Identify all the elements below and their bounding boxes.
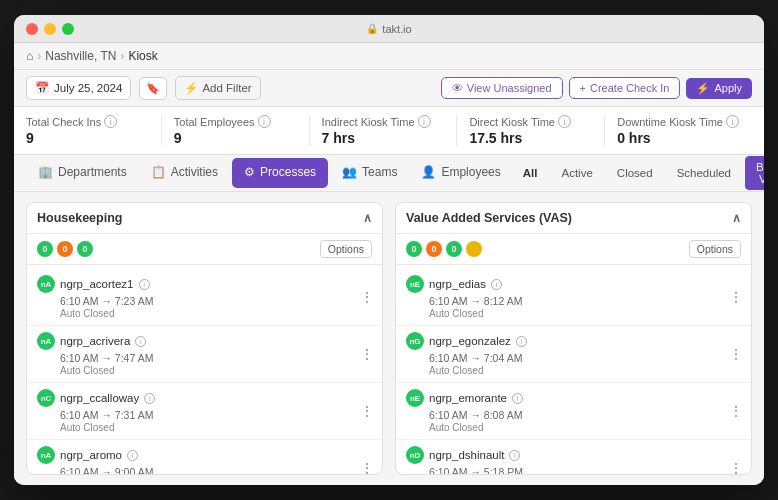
calendar-icon: 📅 [35, 81, 49, 95]
info-icon-3[interactable]: i [558, 115, 571, 128]
avatar: nA [37, 446, 55, 464]
stat-direct-kiosk: Direct Kiosk Time i 17.5 hrs [457, 115, 605, 146]
content-area: Housekeeping ∧ 0 0 0 Options nA n [14, 192, 764, 485]
collapse-vas[interactable]: ∧ [732, 211, 741, 225]
check-in-time: 6:10 AM → 7:31 AM [37, 409, 372, 421]
lock-icon: 🔒 [366, 23, 378, 34]
create-check-in-button[interactable]: + Create Check In [569, 77, 681, 99]
user-name: ngrp_edias [429, 278, 486, 290]
filter-active[interactable]: Active [552, 164, 603, 182]
eye-icon: 👁 [452, 82, 463, 94]
collapse-housekeeping[interactable]: ∧ [363, 211, 372, 225]
more-button[interactable]: ⋮ [360, 290, 374, 304]
user-info-icon[interactable]: i [135, 336, 146, 347]
activities-icon: 📋 [151, 165, 166, 179]
toolbar-left: 📅 July 25, 2024 🔖 ⚡ Add Filter [26, 76, 261, 100]
column-housekeeping: Housekeeping ∧ 0 0 0 Options nA n [26, 202, 383, 475]
user-info-icon[interactable]: i [516, 336, 527, 347]
user-info-icon[interactable]: i [491, 279, 502, 290]
view-board[interactable]: Board View [745, 156, 764, 190]
info-icon-1[interactable]: i [258, 115, 271, 128]
check-in-time: 6:10 AM → 5:18 PM [406, 466, 741, 474]
user-name: ngrp_dshinault [429, 449, 504, 461]
avatar: nC [37, 389, 55, 407]
more-button[interactable]: ⋮ [360, 404, 374, 418]
info-icon-0[interactable]: i [104, 115, 117, 128]
minimize-button[interactable] [44, 23, 56, 35]
maximize-button[interactable] [62, 23, 74, 35]
apply-button[interactable]: ⚡ Apply [686, 78, 752, 99]
filter-scheduled[interactable]: Scheduled [667, 164, 741, 182]
stat-label-0: Total Check Ins [26, 116, 101, 128]
check-in-item: nA ngrp_acrivera i 6:10 AM → 7:47 AM Aut… [27, 326, 382, 383]
check-in-item: nA ngrp_acortez1 i 6:10 AM → 7:23 AM Aut… [27, 269, 382, 326]
info-icon-2[interactable]: i [418, 115, 431, 128]
stat-label-2: Indirect Kiosk Time [322, 116, 415, 128]
stat-value-4: 0 hrs [617, 130, 740, 146]
date-picker-button[interactable]: 📅 July 25, 2024 [26, 76, 131, 100]
column-subheader-vas: 0 0 0 Options [396, 234, 751, 265]
more-button[interactable]: ⋮ [729, 404, 743, 418]
bookmark-button[interactable]: 🔖 [139, 77, 167, 100]
breadcrumb: ⌂ › Nashville, TN › Kiosk [14, 43, 764, 70]
check-in-time: 6:10 AM → 8:08 AM [406, 409, 741, 421]
stats-bar: Total Check Ins i 9 Total Employees i 9 … [14, 107, 764, 155]
more-button[interactable]: ⋮ [360, 347, 374, 361]
check-in-status: Auto Closed [37, 365, 372, 376]
tab-activities[interactable]: 📋 Activities [139, 158, 230, 188]
stat-value-1: 9 [174, 130, 297, 146]
avatar: nA [37, 332, 55, 350]
dot-v0: 0 [406, 241, 422, 257]
tab-teams[interactable]: 👥 Teams [330, 158, 409, 188]
breadcrumb-nashville[interactable]: Nashville, TN [45, 49, 116, 63]
departments-icon: 🏢 [38, 165, 53, 179]
view-unassigned-button[interactable]: 👁 View Unassigned [441, 77, 563, 99]
tab-employees[interactable]: 👤 Employees [409, 158, 512, 188]
filter-icon: ⚡ [184, 81, 198, 95]
stat-value-2: 7 hrs [322, 130, 445, 146]
more-button[interactable]: ⋮ [729, 461, 743, 474]
close-button[interactable] [26, 23, 38, 35]
processes-icon: ⚙ [244, 165, 255, 179]
more-button[interactable]: ⋮ [360, 461, 374, 474]
tab-processes[interactable]: ⚙ Processes [232, 158, 328, 188]
user-info-icon[interactable]: i [509, 450, 520, 461]
column-title-vas: Value Added Services (VAS) [406, 211, 572, 225]
avatar: nE [406, 275, 424, 293]
lightning-icon: ⚡ [696, 82, 710, 95]
dot-v3 [466, 241, 482, 257]
filter-all[interactable]: All [513, 164, 548, 182]
avatar: nA [37, 275, 55, 293]
column-title-housekeeping: Housekeeping [37, 211, 122, 225]
user-info-icon[interactable]: i [512, 393, 523, 404]
column-body-vas: nE ngrp_edias i 6:10 AM → 8:12 AM Auto C… [396, 265, 751, 474]
check-in-status: Auto Closed [37, 308, 372, 319]
more-button[interactable]: ⋮ [729, 290, 743, 304]
user-info-icon[interactable]: i [139, 279, 150, 290]
info-icon-4[interactable]: i [726, 115, 739, 128]
user-info-icon[interactable]: i [127, 450, 138, 461]
check-in-time: 6:10 AM → 9:00 AM [37, 466, 372, 474]
toolbar-right: 👁 View Unassigned + Create Check In ⚡ Ap… [441, 77, 752, 99]
user-info-icon[interactable]: i [144, 393, 155, 404]
breadcrumb-kiosk[interactable]: Kiosk [128, 49, 157, 63]
tab-departments[interactable]: 🏢 Departments [26, 158, 139, 188]
stat-total-employees: Total Employees i 9 [162, 115, 310, 146]
main-window: 🔒 takt.io ⌂ › Nashville, TN › Kiosk 📅 Ju… [14, 15, 764, 485]
nav-tabs-right: All Active Closed Scheduled Board View T… [513, 156, 764, 190]
options-button-housekeeping[interactable]: Options [320, 240, 372, 258]
view-unassigned-label: View Unassigned [467, 82, 552, 94]
filter-closed[interactable]: Closed [607, 164, 663, 182]
nav-tabs-left: 🏢 Departments 📋 Activities ⚙ Processes 👥… [26, 155, 513, 191]
add-filter-button[interactable]: ⚡ Add Filter [175, 76, 260, 100]
options-button-vas[interactable]: Options [689, 240, 741, 258]
check-in-item: nG ngrp_egonzalez i 6:10 AM → 7:04 AM Au… [396, 326, 751, 383]
date-label: July 25, 2024 [54, 82, 122, 94]
stat-label-3: Direct Kiosk Time [469, 116, 555, 128]
tab-processes-label: Processes [260, 165, 316, 179]
more-button[interactable]: ⋮ [729, 347, 743, 361]
stat-label-1: Total Employees [174, 116, 255, 128]
check-in-status: Auto Closed [406, 422, 741, 433]
dot-2: 0 [77, 241, 93, 257]
dot-v1: 0 [426, 241, 442, 257]
